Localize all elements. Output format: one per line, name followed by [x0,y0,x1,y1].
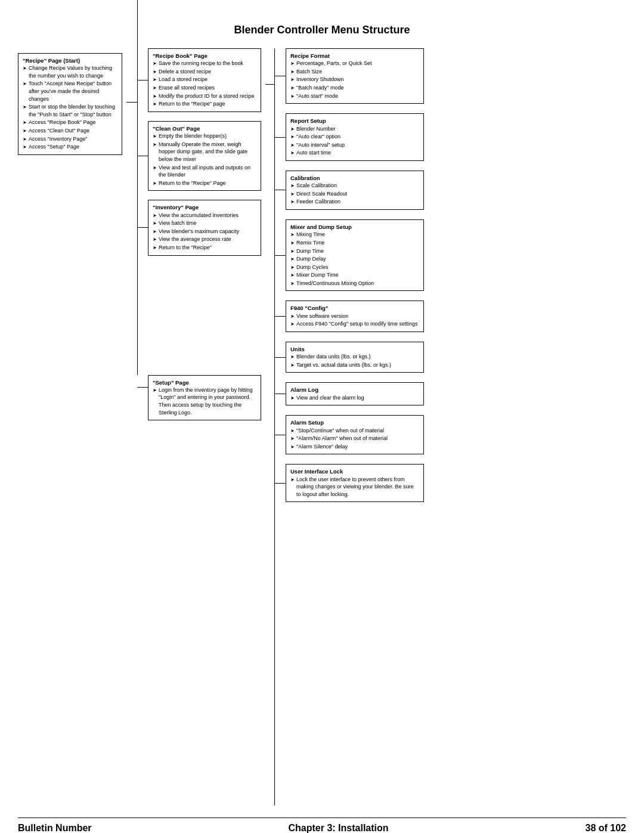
rs-item-1: ➤Blender Number [290,125,419,133]
md-item-2: ➤Remix Time [290,239,419,247]
rb-item-3: ➤Load a stored recipe [153,76,256,83]
recipe-item-5: ➤Access "Clean Out" Page [23,127,117,135]
rb-item-2: ➤Delete a stored recipe [153,68,256,76]
uil-item-1: ➤Lock the user interface to prevent othe… [290,476,419,498]
recipe-book-title: "Recipe Book" Page [153,52,256,60]
rf-item-1: ➤Percentage, Parts, or Quick Set [290,60,419,67]
inventory-box: "Inventory" Page ➤View the accumulated i… [148,200,261,255]
alarm-setup-title: Alarm Setup [290,419,419,426]
rf-item-3: ➤Inventory Shutdown [290,76,419,83]
recipe-item-3: ➤Start or stop the blender by touching t… [23,103,117,118]
md-item-5: ➤Dump Cycles [290,264,419,271]
report-setup-box: Report Setup ➤Blender Number ➤"Auto clea… [286,113,424,161]
recipe-item-2: ➤Touch "Accept New Recipe" button after … [23,80,117,103]
as-item-3: ➤"Alarm Silence" delay [290,443,419,451]
md-item-4: ➤Dump Delay [290,255,419,263]
alarm-setup-box: Alarm Setup ➤"Stop/Continue" when out of… [286,415,424,454]
f940-config-title: F940 "Config" [290,304,419,312]
units-title: Units [290,345,419,353]
page-title: Blender Controller Menu Structure [18,24,626,36]
recipe-item-6: ➤Access "Inventory Page" [23,135,117,143]
recipe-format-box: Recipe Format ➤Percentage, Parts, or Qui… [286,48,424,104]
units-item-1: ➤Blender data units (lbs. or kgs.) [290,353,419,361]
recipe-page-box: "Recipe" Page (Start) ➤Change Recipe Val… [18,53,122,155]
inv-item-3: ➤View blender's maximum capacity [153,228,256,236]
alarm-log-title: Alarm Log [290,386,419,394]
rf-item-4: ➤"Batch ready" mode [290,84,419,92]
mixer-dump-box: Mixer and Dump Setup ➤Mixing Time ➤Remix… [286,219,424,291]
units-box: Units ➤Blender data units (lbs. or kgs.)… [286,342,424,373]
user-interface-lock-title: User Interface Lock [290,467,419,475]
rs-item-4: ➤Auto start time [290,149,419,157]
calibration-title: Calibration [290,174,419,182]
co-item-2: ➤Manually Operate the mixer, weigh hoppe… [153,141,256,163]
inv-item-5: ➤Return to the "Recipe" [153,244,256,252]
h-connector-1-2 [126,102,137,103]
footer-center: Chapter 3: Installation [289,823,389,833]
inv-item-1: ➤View the accumulated inventories [153,212,256,219]
units-item-2: ➤Target vs. actual data units (lbs. or k… [290,361,419,369]
mixer-dump-title: Mixer and Dump Setup [290,223,419,231]
rf-item-5: ➤"Auto start" mode [290,92,419,100]
footer-right: 38 of 102 [586,823,626,833]
rb-item-6: ➤Return to the "Recipe" page [153,100,256,108]
al-item-1: ➤View and clear the alarm log [290,394,419,402]
rb-item-5: ➤Modify the product ID for a stored reci… [153,92,256,100]
co-item-3: ➤View and test all inputs and outputs on… [153,164,256,179]
recipe-item-1: ➤Change Recipe Values by touching the nu… [23,64,117,79]
col2: "Recipe Book" Page ➤Save the running rec… [137,48,265,420]
recipe-book-box: "Recipe Book" Page ➤Save the running rec… [148,48,261,112]
f940-item-1: ➤View software version [290,312,419,320]
rf-item-2: ➤Batch Size [290,68,419,76]
rs-item-2: ➤"Auto clear" option [290,133,419,141]
f940-config-box: F940 "Config" ➤View software version ➤Ac… [286,301,424,332]
md-item-1: ➤Mixing Time [290,231,419,239]
setup-box: "Setup" Page ➤Login from the inventory p… [148,375,261,421]
setup-item-1: ➤Login from the inventory page by hittin… [153,386,256,416]
clean-out-box: "Clean Out" Page ➤Empty the blender hopp… [148,121,261,191]
md-item-6: ➤Mixer Dump Time [290,271,419,279]
cal-item-3: ➤Feeder Calibration [290,198,419,206]
inv-item-4: ➤View the average process rate [153,236,256,243]
footer-left: Bulletin Number [18,823,92,833]
md-item-3: ➤Dump Time [290,247,419,255]
inventory-title: "Inventory" Page [153,203,256,211]
setup-title: "Setup" Page [153,379,256,386]
cal-item-1: ➤Scale Calibration [290,182,419,190]
user-interface-lock-box: User Interface Lock ➤Lock the user inter… [286,464,424,502]
co-item-4: ➤Return to the "Recipe" Page [153,179,256,187]
clean-out-title: "Clean Out" Page [153,125,256,132]
h-connector-2-3 [265,84,274,85]
rb-item-1: ➤Save the running recipe to the book [153,60,256,67]
as-item-2: ➤"Alarm/No Alarm" when out of material [290,435,419,442]
footer: Bulletin Number Chapter 3: Installation … [18,817,626,833]
as-item-1: ➤"Stop/Continue" when out of material [290,427,419,435]
recipe-page-title: "Recipe" Page (Start) [23,57,117,64]
alarm-log-box: Alarm Log ➤View and clear the alarm log [286,382,424,405]
rb-item-4: ➤Erase all stored recipes [153,84,256,92]
col1: "Recipe" Page (Start) ➤Change Recipe Val… [18,48,126,155]
report-setup-title: Report Setup [290,117,419,125]
f940-item-2: ➤Access F940 "Config" setup to modify ti… [290,320,419,328]
cal-item-2: ➤Direct Scale Readout [290,190,419,198]
recipe-item-7: ➤Access "Setup" Page [23,143,117,151]
inv-item-2: ➤View batch time [153,219,256,227]
recipe-item-4: ➤Access "Recipe Book" Page [23,119,117,126]
calibration-box: Calibration ➤Scale Calibration ➤Direct S… [286,171,424,210]
rs-item-3: ➤"Auto interval" setup [290,141,419,149]
co-item-1: ➤Empty the blender hopper(s) [153,132,256,140]
col3: Recipe Format ➤Percentage, Parts, or Qui… [274,48,626,806]
md-item-7: ➤Timed/Continuous Mixing Option [290,280,419,287]
recipe-format-title: Recipe Format [290,52,419,60]
